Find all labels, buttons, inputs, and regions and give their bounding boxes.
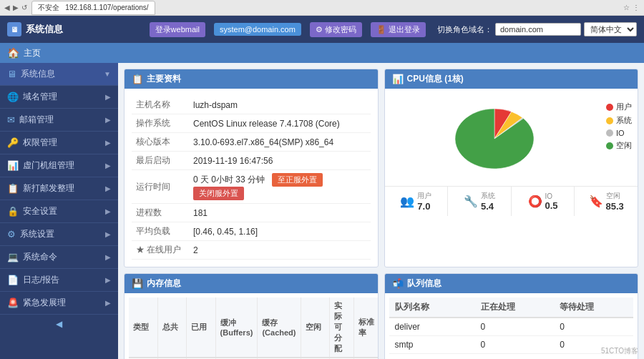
queue-table-header: 队列名称 正在处理 等待处理 [389,297,634,318]
col-used: 已用 [187,297,216,358]
table-row: ★ 在线用户 2 [132,241,371,260]
cpu-stats: 👥 用户 7.0 🔧 系统 5.4 ⭕ [385,186,638,216]
domain-label: 切换角色域名： [437,24,492,35]
memory-table-header: 类型 总共 已用 缓冲(Buffers) 缓存(Cached) 空闲 实际可分配… [129,297,379,358]
sidebar-item-label: 权限管理 [23,137,101,149]
user-stat-inner: 用户 7.0 [417,191,431,212]
online-value: 2 [189,241,371,260]
chevron-icon: ▶ [105,230,111,238]
online-label: ★ 在线用户 [132,241,189,260]
queue-table-body: deliver 0 0 smtp 0 0 review [389,318,634,359]
legend-item-idle: 空闲 [606,140,632,151]
legend-dot-system [606,117,613,124]
gear-icon: ⚙ [316,25,323,34]
domain-email-button[interactable]: system@domain.com [214,23,301,36]
sidebar-item-syssettings[interactable]: ⚙ 系统设置 ▶ [0,223,118,246]
chevron-icon: ▶ [105,93,111,101]
sidebar-item-security[interactable]: 🔒 安全设置 ▶ [0,200,118,223]
process-value: 181 [189,204,371,222]
legend-item-io: IO [606,129,632,137]
reload-icon[interactable]: ↺ [21,4,27,11]
col-available: 实际可分配 [330,297,354,358]
sidebar-item-label: 新打邮发整理 [23,182,101,195]
legend-dot-io [606,129,613,137]
legend-dot-idle [606,142,613,149]
sidebar-item-domain[interactable]: 🌐 域名管理 ▶ [0,86,118,109]
syssettings-icon: ⚙ [7,229,16,240]
col-queue-name: 队列名称 [389,297,475,318]
sidebar-item-label: 域名管理 [23,91,101,103]
legend-label-idle: 空闲 [616,140,632,151]
header-domain: 切换角色域名： 简体中文 [437,22,637,36]
queue-info-body: 队列名称 正在处理 等待处理 deliver 0 0 [385,293,638,359]
chevron-icon: ▼ [104,70,111,78]
sidebar-item-label: 日志/报告 [23,274,101,286]
user-stat-value: 7.0 [417,201,430,212]
chevron-icon: ▶ [105,253,111,261]
idle-stat-value: 85.3 [606,201,624,212]
sidebar-item-logs[interactable]: 📄 日志/报告 ▶ [0,269,118,292]
browser-tab[interactable]: 不安全 192.168.1.107/operations/ [31,1,155,15]
uptime-btn1-button[interactable]: 至正服外置 [272,173,323,187]
collapse-icon: ◀ [56,319,62,329]
sidebar-item-vmgroup[interactable]: 📊 虚门机组管理 ▶ [0,154,118,177]
legend-dot-user [606,104,613,111]
lang-select[interactable]: 简体中文 [584,22,637,36]
memory-info-body: 类型 总共 已用 缓冲(Buffers) 缓存(Cached) 空闲 实际可分配… [125,293,378,359]
system-stat-label: 系统 [481,191,495,201]
process-label: 进程数 [132,204,189,222]
sidebar-collapse-btn[interactable]: ◀ [0,315,118,333]
vmgroup-icon: 📊 [7,160,19,171]
info-table: 主机名称 luzh-dspam 操作系统 CentOS Linux releas… [132,96,371,260]
memory-table: 类型 总共 已用 缓冲(Buffers) 缓存(Cached) 空闲 实际可分配… [129,297,379,359]
domain-input[interactable] [495,23,581,36]
logo-text: 系统信息 [26,23,63,36]
sidebar-item-syscmd[interactable]: 💻 系统命令 ▶ [0,246,118,269]
breadcrumb-home: 主页 [24,47,41,59]
main-info-card: 📋 主要资料 主机名称 luzh-dspam 操作系统 CentOS Linux… [124,69,379,267]
col-waiting: 等待处理 [554,297,633,318]
table-row: 队列名称 正在处理 等待处理 [389,297,634,318]
uptime-label: 运行时间 [132,170,189,204]
sidebar-item-emergency[interactable]: 🚨 紧急发展理 ▶ [0,292,118,315]
logout-button[interactable]: 🚪 退出登录 [371,22,426,37]
memory-header-icon: 💾 [132,278,143,289]
table-row: deliver 0 0 [389,318,634,336]
boot-label: 最后启动 [132,152,189,170]
legend-label-io: IO [616,129,625,137]
memory-info-header: 💾 内存信息 [125,274,378,293]
sidebar-item-auth[interactable]: 🔑 权限管理 ▶ [0,132,118,154]
sidebar-item-sysinfo[interactable]: 🖥 系统信息 ▼ [0,63,118,86]
menu-icon[interactable]: ⋮ [633,4,640,11]
cpu-stat-io: ⭕ IO 0.5 [512,187,575,216]
login-webmail-button[interactable]: 登录webmail [150,22,205,37]
cpu-stat-system: 🔧 系统 5.4 [448,187,512,216]
watermark: 51CTO博客 [601,346,638,356]
io-stat-label: IO [545,192,553,200]
settings-button[interactable]: ⚙ 修改密码 [310,22,362,37]
user-stat-label: 用户 [417,191,431,201]
table-row: 最后启动 2019-11-19 16:47:56 [132,152,371,170]
queue-info-header: 📬 队列信息 [385,274,638,293]
domain-icon: 🌐 [7,92,19,102]
col-processing: 正在处理 [475,297,555,318]
main-info-title: 主要资料 [147,73,181,85]
sub-header: 🏠 主页 [0,43,644,63]
queue-deliver: deliver [389,318,475,336]
home-icon: 🏠 [7,47,19,59]
sidebar-item-mailsort[interactable]: 📋 新打邮发整理 ▶ [0,177,118,200]
table-row: 运行时间 0 天 0小时 33 分钟 至正服外置 关闭服外置 [132,170,371,204]
star-icon[interactable]: ☆ [623,4,630,11]
col-cached: 缓存(Cached) [258,297,301,358]
back-icon[interactable]: ◀ [4,4,10,11]
sidebar-item-mail[interactable]: ✉ 邮箱管理 ▶ [0,109,118,132]
table-row: smtp 0 0 [389,336,634,354]
sysinfo-icon: 🖥 [7,69,16,79]
sidebar-item-label: 紧急发展理 [23,297,101,309]
hostname-label: 主机名称 [132,96,189,114]
forward-icon[interactable]: ▶ [13,4,19,11]
idle-stat-inner: 空闲 85.3 [606,191,624,212]
auth-icon: 🔑 [7,137,19,148]
chevron-icon: ▶ [105,276,111,284]
uptime-btn2-button[interactable]: 关闭服外置 [193,187,244,200]
